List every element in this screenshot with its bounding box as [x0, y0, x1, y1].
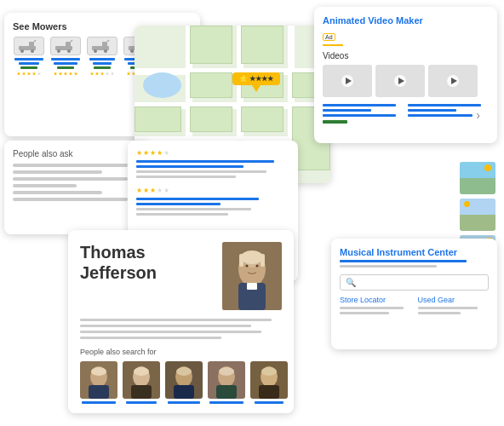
person-portrait — [123, 361, 160, 399]
videos-label: Videos — [323, 51, 489, 60]
play-button[interactable] — [394, 75, 406, 87]
mower-line2 — [54, 62, 77, 65]
stars — [17, 72, 42, 76]
ad-divider — [323, 44, 343, 46]
store-search-bar[interactable]: 🔍 — [340, 274, 489, 291]
jefferson-name: Thomas Jefferson — [80, 242, 212, 310]
star-icon: ★ — [157, 149, 163, 157]
svg-point-33 — [256, 265, 259, 268]
info-line — [340, 265, 437, 268]
music-instrument-card: Musical Instrument Center 🔍 Store Locato… — [331, 239, 497, 349]
ad-badge: Ad — [323, 33, 335, 41]
svg-rect-30 — [239, 254, 243, 267]
search-result-rating: ★ ★ ★ ★ ★ — [136, 149, 289, 157]
person-name-line — [209, 401, 243, 404]
mower-item[interactable] — [86, 37, 118, 76]
image-thumbnail[interactable] — [460, 162, 495, 194]
info-line — [408, 114, 472, 117]
svg-point-46 — [176, 367, 192, 376]
music-links-grid: Store Locator Used Gear — [340, 296, 489, 317]
description-line — [80, 325, 251, 327]
svg-line-4 — [34, 40, 36, 42]
star-icon: ★ — [163, 149, 169, 157]
mower-line2 — [19, 62, 39, 65]
related-person[interactable] — [80, 361, 117, 404]
svg-rect-13 — [102, 42, 107, 47]
svg-point-50 — [219, 367, 234, 376]
mower-line1 — [14, 58, 43, 60]
map-block — [190, 72, 232, 98]
thumbnail-image — [460, 199, 495, 231]
person-name-line — [255, 401, 284, 404]
svg-point-32 — [246, 265, 249, 268]
star-icon: ★ — [143, 149, 149, 157]
video-thumbnail[interactable] — [428, 65, 478, 97]
search-description-line — [136, 213, 228, 216]
info-line — [323, 109, 371, 112]
info-line — [323, 114, 396, 117]
person-image — [165, 361, 203, 399]
svg-point-16 — [130, 49, 134, 53]
play-icon — [398, 78, 404, 84]
person-portrait — [208, 361, 245, 399]
related-person[interactable] — [250, 361, 288, 404]
video-thumbnail[interactable] — [323, 65, 372, 97]
mower-lines — [13, 58, 45, 69]
sun-icon — [464, 201, 470, 207]
mower-item[interactable] — [49, 37, 82, 76]
star-icon: ★ — [163, 187, 169, 194]
content-line — [13, 191, 102, 194]
person-name-line — [82, 401, 116, 404]
ad-title[interactable]: Animated Video Maker — [323, 15, 489, 26]
info-line — [408, 109, 456, 112]
play-button[interactable] — [341, 75, 353, 87]
search-icon: 🔍 — [346, 278, 356, 287]
related-person[interactable] — [208, 361, 245, 404]
videos-row — [323, 65, 489, 97]
image-thumbnail[interactable] — [460, 199, 495, 231]
map-block — [135, 106, 181, 132]
person-portrait — [80, 361, 117, 399]
search-result-line — [136, 165, 243, 168]
person-portrait — [165, 361, 203, 399]
related-person[interactable] — [123, 361, 160, 404]
related-person[interactable] — [165, 361, 203, 404]
play-button[interactable] — [447, 75, 459, 87]
chevron-right-icon[interactable]: › — [476, 108, 480, 122]
jefferson-portrait — [222, 242, 282, 310]
used-gear-label[interactable]: Used Gear — [418, 296, 490, 304]
mower-line3 — [94, 66, 111, 69]
search-description-line — [136, 176, 236, 178]
svg-rect-34 — [247, 283, 257, 290]
mower-item[interactable] — [13, 37, 45, 76]
map-pin: ⭐ ★★★★ — [232, 72, 280, 92]
map-tooltip: ⭐ ★★★★ — [232, 72, 280, 85]
search-result-line — [136, 203, 220, 205]
svg-point-6 — [57, 49, 60, 53]
mower-line1 — [51, 58, 80, 60]
search-result-line — [136, 160, 274, 163]
description-line — [80, 331, 261, 333]
svg-rect-31 — [261, 254, 265, 267]
map-block — [190, 106, 232, 132]
video-bottom-info: › — [323, 104, 489, 126]
music-info-lines — [340, 260, 489, 268]
star-icon: ★ — [150, 187, 156, 194]
svg-line-14 — [107, 40, 109, 42]
store-locator-label[interactable]: Store Locator — [340, 296, 411, 304]
video-thumbnail[interactable] — [375, 65, 425, 97]
svg-point-29 — [241, 250, 263, 264]
music-store-title[interactable]: Musical Instrument Center — [340, 247, 489, 257]
mower-line3 — [20, 66, 37, 69]
store-locator-line — [340, 312, 389, 314]
jefferson-card: Thomas Jefferson — [68, 230, 294, 413]
search-result-rating: ★ ★ ★ ★ ★ — [136, 187, 289, 194]
svg-point-54 — [261, 367, 277, 376]
content-line — [13, 164, 128, 167]
used-gear-line — [418, 312, 461, 314]
star-icon: ★ — [136, 149, 142, 157]
mower-line1 — [89, 58, 115, 60]
svg-rect-41 — [131, 385, 152, 399]
search-description-line — [136, 170, 266, 173]
svg-line-9 — [71, 40, 72, 42]
